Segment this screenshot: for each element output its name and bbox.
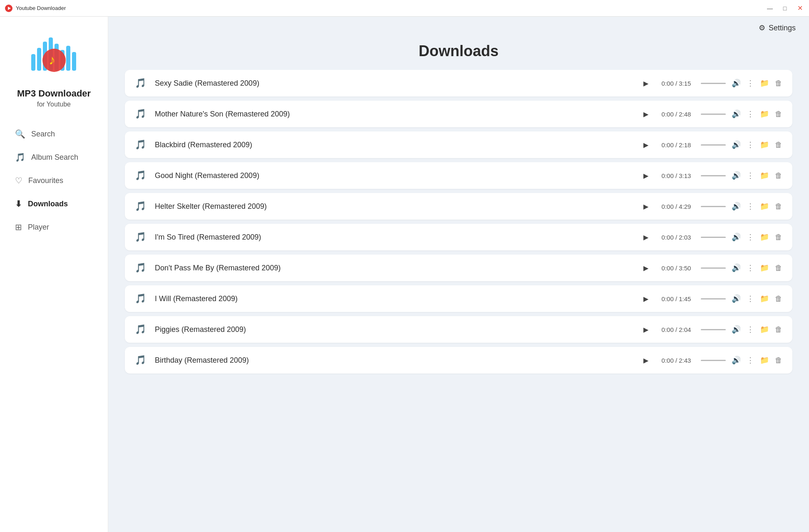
- play-button[interactable]: ▶: [640, 231, 652, 243]
- volume-icon[interactable]: 🔊: [732, 325, 741, 334]
- more-options-icon[interactable]: ⋮: [747, 171, 754, 180]
- play-button[interactable]: ▶: [640, 108, 652, 120]
- track-name: Birthday (Remastered 2009): [155, 356, 633, 365]
- maximize-button[interactable]: □: [781, 4, 789, 12]
- folder-icon[interactable]: 📁: [760, 356, 769, 365]
- sidebar-item-album-search[interactable]: 🎵 Album Search: [7, 146, 101, 168]
- volume-icon[interactable]: 🔊: [732, 202, 741, 211]
- track-item: 🎵 Don't Pass Me By (Remastered 2009) ▶ 0…: [125, 255, 792, 281]
- more-options-icon[interactable]: ⋮: [747, 109, 754, 119]
- track-name: Mother Nature's Son (Remastered 2009): [155, 110, 633, 119]
- track-progress-slider[interactable]: [701, 114, 726, 115]
- delete-icon[interactable]: 🗑: [775, 171, 782, 180]
- track-progress-slider[interactable]: [701, 175, 726, 176]
- logo-icon: ♪: [27, 29, 81, 83]
- play-button[interactable]: ▶: [640, 262, 652, 274]
- folder-icon[interactable]: 📁: [760, 325, 769, 334]
- track-progress-slider[interactable]: [701, 267, 726, 269]
- titlebar-controls: — □ ✕: [766, 4, 804, 12]
- track-name: Blackbird (Remastered 2009): [155, 141, 633, 149]
- close-button[interactable]: ✕: [796, 4, 804, 12]
- svg-text:♪: ♪: [49, 52, 55, 67]
- track-progress-slider[interactable]: [701, 144, 726, 146]
- music-note-icon: 🎵: [135, 201, 148, 212]
- sidebar-item-downloads[interactable]: ⬇ Downloads: [7, 193, 101, 215]
- delete-icon[interactable]: 🗑: [775, 141, 782, 149]
- delete-icon[interactable]: 🗑: [775, 233, 782, 242]
- music-note-icon: 🎵: [135, 324, 148, 335]
- track-name: Good Night (Remastered 2009): [155, 171, 633, 180]
- track-progress-slider[interactable]: [701, 206, 726, 207]
- more-options-icon[interactable]: ⋮: [747, 202, 754, 211]
- folder-icon[interactable]: 📁: [760, 79, 769, 88]
- main-header: ⚙ Settings: [108, 17, 809, 36]
- track-controls: ▶ 0:00 / 2:48 🔊 ⋮ 📁 🗑: [640, 108, 782, 120]
- more-options-icon[interactable]: ⋮: [747, 79, 754, 88]
- track-controls: ▶ 0:00 / 3:15 🔊 ⋮ 📁 🗑: [640, 77, 782, 89]
- track-progress-slider[interactable]: [701, 360, 726, 361]
- app-body: ♪ MP3 Downloader for Youtube 🔍 Search 🎵 …: [0, 17, 809, 532]
- delete-icon[interactable]: 🗑: [775, 202, 782, 211]
- track-progress-slider[interactable]: [701, 298, 726, 299]
- track-name: I Will (Remastered 2009): [155, 294, 633, 303]
- track-item: 🎵 Helter Skelter (Remastered 2009) ▶ 0:0…: [125, 193, 792, 220]
- folder-icon[interactable]: 📁: [760, 294, 769, 303]
- play-button[interactable]: ▶: [640, 200, 652, 212]
- delete-icon[interactable]: 🗑: [775, 356, 782, 365]
- settings-label: Settings: [769, 24, 796, 32]
- delete-icon[interactable]: 🗑: [775, 264, 782, 272]
- track-time: 0:00 / 2:18: [658, 141, 695, 148]
- download-icon: ⬇: [15, 199, 22, 209]
- volume-icon[interactable]: 🔊: [732, 140, 741, 149]
- sidebar-item-player[interactable]: ⊞ Player: [7, 216, 101, 238]
- play-button[interactable]: ▶: [640, 354, 652, 366]
- play-button[interactable]: ▶: [640, 293, 652, 304]
- sidebar-item-label-favourites: Favourites: [28, 176, 63, 185]
- logo-container: ♪ MP3 Downloader for Youtube: [17, 29, 91, 108]
- more-options-icon[interactable]: ⋮: [747, 294, 754, 303]
- sidebar-item-favourites[interactable]: ♡ Favourites: [7, 170, 101, 191]
- folder-icon[interactable]: 📁: [760, 140, 769, 149]
- folder-icon[interactable]: 📁: [760, 171, 769, 180]
- track-time: 0:00 / 3:13: [658, 172, 695, 179]
- track-item: 🎵 Blackbird (Remastered 2009) ▶ 0:00 / 2…: [125, 131, 792, 158]
- minimize-button[interactable]: —: [766, 4, 774, 12]
- folder-icon[interactable]: 📁: [760, 233, 769, 242]
- volume-icon[interactable]: 🔊: [732, 109, 741, 119]
- titlebar-title: Youtube Downloader: [16, 5, 66, 11]
- volume-icon[interactable]: 🔊: [732, 294, 741, 303]
- music-note-icon: 🎵: [135, 232, 148, 242]
- track-time: 0:00 / 2:03: [658, 234, 695, 241]
- play-button[interactable]: ▶: [640, 324, 652, 335]
- settings-button[interactable]: ⚙ Settings: [759, 23, 796, 32]
- more-options-icon[interactable]: ⋮: [747, 233, 754, 242]
- sidebar-item-search[interactable]: 🔍 Search: [7, 123, 101, 145]
- volume-icon[interactable]: 🔊: [732, 233, 741, 242]
- track-time: 0:00 / 3:50: [658, 265, 695, 272]
- more-options-icon[interactable]: ⋮: [747, 263, 754, 272]
- volume-icon[interactable]: 🔊: [732, 171, 741, 180]
- more-options-icon[interactable]: ⋮: [747, 325, 754, 334]
- delete-icon[interactable]: 🗑: [775, 79, 782, 88]
- volume-icon[interactable]: 🔊: [732, 356, 741, 365]
- folder-icon[interactable]: 📁: [760, 263, 769, 272]
- folder-icon[interactable]: 📁: [760, 202, 769, 211]
- delete-icon[interactable]: 🗑: [775, 294, 782, 303]
- play-button[interactable]: ▶: [640, 77, 652, 89]
- volume-icon[interactable]: 🔊: [732, 79, 741, 88]
- track-progress-slider[interactable]: [701, 237, 726, 238]
- music-note-icon: 🎵: [135, 293, 148, 304]
- sidebar-item-label-album-search: Album Search: [31, 153, 78, 162]
- play-button[interactable]: ▶: [640, 170, 652, 181]
- track-list[interactable]: 🎵 Sexy Sadie (Remastered 2009) ▶ 0:00 / …: [108, 70, 809, 532]
- sidebar-item-label-player: Player: [28, 223, 49, 232]
- volume-icon[interactable]: 🔊: [732, 263, 741, 272]
- more-options-icon[interactable]: ⋮: [747, 356, 754, 365]
- delete-icon[interactable]: 🗑: [775, 110, 782, 119]
- folder-icon[interactable]: 📁: [760, 109, 769, 119]
- track-progress-slider[interactable]: [701, 83, 726, 84]
- track-progress-slider[interactable]: [701, 329, 726, 330]
- play-button[interactable]: ▶: [640, 139, 652, 151]
- delete-icon[interactable]: 🗑: [775, 325, 782, 334]
- more-options-icon[interactable]: ⋮: [747, 140, 754, 149]
